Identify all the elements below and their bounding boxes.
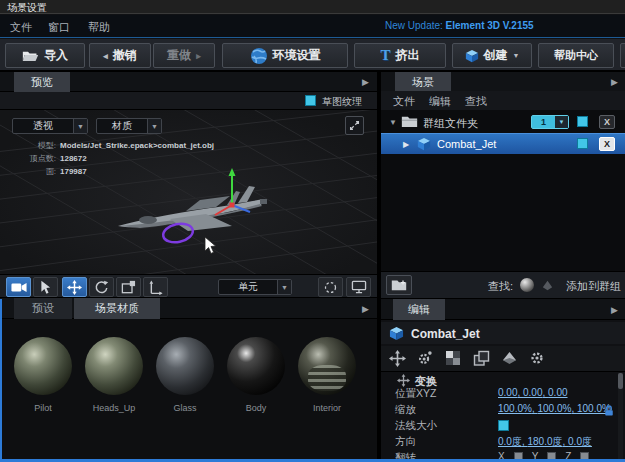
redo-arrow-icon: ▸ xyxy=(196,51,201,61)
preview-viewport[interactable]: 透视 ▼ 材质 ▼ 模型: Models/Jet_Strike.epack>co… xyxy=(0,110,377,274)
chevron-down-icon: ▼ xyxy=(277,280,291,294)
sketch-texture-checkbox[interactable] xyxy=(305,95,316,106)
view-mode-dropdown[interactable]: 透视 ▼ xyxy=(12,118,88,134)
tab-edit[interactable]: 编辑 xyxy=(393,299,445,320)
material-name: Glass xyxy=(156,403,214,413)
duplicate-icon[interactable] xyxy=(473,350,490,367)
transform-move-icon[interactable] xyxy=(389,350,406,367)
window-border-left xyxy=(0,299,2,462)
gizmo-space-value: 单元 xyxy=(219,280,277,294)
tab-scene-materials[interactable]: 场景材质 xyxy=(74,298,160,319)
position-x[interactable]: 0.00 xyxy=(498,387,517,398)
folder-open-icon xyxy=(22,49,39,62)
scene-menu-find[interactable]: 查找 xyxy=(465,94,487,109)
material-sphere-heads-up[interactable] xyxy=(85,337,143,395)
jet-visibility-checkbox[interactable] xyxy=(577,138,588,149)
environment-settings-button[interactable]: 环境设置 xyxy=(222,43,348,68)
material-name: Interior xyxy=(298,403,356,413)
scale-y[interactable]: 100.0% xyxy=(532,403,571,414)
caret-down-icon[interactable]: ▼ xyxy=(389,118,397,127)
select-tool-button[interactable] xyxy=(33,277,58,297)
globe-icon xyxy=(250,47,268,65)
menu-window[interactable]: 窗口 xyxy=(48,20,70,35)
tree-row-group-folder[interactable]: ▼ 群组文件夹 1 ▼ X xyxy=(381,112,625,133)
scene-materials-list: Pilot Heads_Up Glass Body Interior xyxy=(0,319,377,462)
tab-presets[interactable]: 预设 xyxy=(14,298,72,319)
edit-tabstrip: 编辑 ▶ xyxy=(381,299,625,320)
scale-x[interactable]: 100.0% xyxy=(498,403,532,414)
import-label: 导入 xyxy=(44,47,68,64)
redo-button[interactable]: 重做 ▸ xyxy=(153,43,215,68)
panel-expand-arrow-icon[interactable]: ▶ xyxy=(362,304,369,314)
position-z[interactable]: 0.00 xyxy=(543,387,568,398)
window-title: 场景设置 xyxy=(7,1,47,15)
display-output-button[interactable] xyxy=(346,277,371,297)
material-sphere-body[interactable] xyxy=(227,337,285,395)
group-visibility-checkbox[interactable] xyxy=(577,116,588,127)
panel-expand-arrow-icon[interactable]: ▶ xyxy=(611,77,618,87)
tree-row-combat-jet[interactable]: ▶ Combat_Jet X xyxy=(381,133,625,154)
caret-right-icon[interactable]: ▶ xyxy=(403,140,409,149)
camera-orbit-button[interactable] xyxy=(6,277,31,297)
edit-scrollbar[interactable] xyxy=(618,373,623,462)
gear-icon[interactable] xyxy=(529,350,545,366)
vertex-count-value: 128672 xyxy=(60,154,87,163)
rotate-tool-button[interactable] xyxy=(89,277,114,297)
group-count-dropdown[interactable]: 1 ▼ xyxy=(531,115,569,129)
undo-button[interactable]: ◂ 撤销 xyxy=(89,43,151,68)
model-browser-button[interactable]: 3 D xyxy=(620,43,625,68)
group-delete-button[interactable]: X xyxy=(599,115,615,129)
material-checker-icon[interactable] xyxy=(445,350,461,366)
axis-tool-button[interactable] xyxy=(143,277,168,297)
orientation-z[interactable]: 0.0度 xyxy=(563,436,592,447)
panel-expand-arrow-icon[interactable]: ▶ xyxy=(611,305,618,315)
scene-menu-edit[interactable]: 编辑 xyxy=(429,94,451,109)
material-sphere-pilot[interactable] xyxy=(14,337,72,395)
bevel-icon[interactable] xyxy=(501,350,518,366)
import-button[interactable]: 导入 xyxy=(5,43,85,68)
search-sphere-icon[interactable] xyxy=(520,278,534,292)
jet-delete-button[interactable]: X xyxy=(599,137,615,151)
material-sphere-interior[interactable] xyxy=(298,337,356,395)
move-tool-button[interactable] xyxy=(62,277,87,297)
scene-menu-bar: 文件 编辑 查找 xyxy=(381,91,625,110)
cube-icon xyxy=(389,326,404,341)
tab-presets-label: 预设 xyxy=(32,301,54,316)
help-center-button[interactable]: 帮助中心 xyxy=(538,43,614,68)
search-material-icon[interactable] xyxy=(541,279,554,292)
scrollbar-thumb[interactable] xyxy=(618,373,623,389)
materials-tabstrip: 预设 场景材质 ▶ xyxy=(0,298,377,319)
update-notice[interactable]: New Update: Element 3D V.2155 xyxy=(385,20,534,31)
extrude-button[interactable]: T 挤出 xyxy=(354,43,446,68)
tab-edit-label: 编辑 xyxy=(408,302,430,317)
menu-bar: 文件 窗口 帮助 New Update: Element 3D V.2155 xyxy=(0,15,625,38)
gizmo-space-dropdown[interactable]: 单元 ▼ xyxy=(218,279,292,295)
main-toolbar: 导入 ◂ 撤销 重做 ▸ 环境设置 T 挤出 创建 ▼ 帮助中心 xyxy=(0,39,625,72)
render-region-button[interactable] xyxy=(318,277,343,297)
menu-help[interactable]: 帮助 xyxy=(88,20,110,35)
scene-menu-file[interactable]: 文件 xyxy=(393,94,415,109)
shading-mode-dropdown[interactable]: 材质 ▼ xyxy=(96,118,162,134)
fullscreen-expand-icon[interactable] xyxy=(345,116,364,135)
material-sphere-glass[interactable] xyxy=(156,337,214,395)
position-y[interactable]: 0.00 xyxy=(517,387,542,398)
normal-size-checkbox[interactable] xyxy=(498,420,509,431)
create-button[interactable]: 创建 ▼ xyxy=(452,43,532,68)
orientation-y[interactable]: 180.0度 xyxy=(522,436,563,447)
chevron-down-icon: ▼ xyxy=(513,52,520,59)
edit-object-row: Combat_Jet xyxy=(381,322,625,344)
transform-gizmo[interactable] xyxy=(205,165,265,220)
panel-expand-arrow-icon[interactable]: ▶ xyxy=(362,77,369,87)
new-folder-button[interactable] xyxy=(386,275,412,295)
menu-file[interactable]: 文件 xyxy=(10,20,32,35)
scale-tool-button[interactable] xyxy=(116,277,141,297)
settings-gear-icon[interactable] xyxy=(417,350,433,366)
chevron-down-icon: ▼ xyxy=(73,119,87,133)
tab-preview[interactable]: 预览 xyxy=(14,72,70,92)
tab-scene[interactable]: 场景 xyxy=(395,72,451,92)
lock-icon[interactable] xyxy=(603,404,615,417)
orientation-x[interactable]: 0.0度 xyxy=(498,436,522,447)
position-label: 位置XYZ xyxy=(395,387,436,401)
folder-plus-icon xyxy=(391,279,407,291)
add-to-group-label: 添加到群组 xyxy=(566,279,621,294)
